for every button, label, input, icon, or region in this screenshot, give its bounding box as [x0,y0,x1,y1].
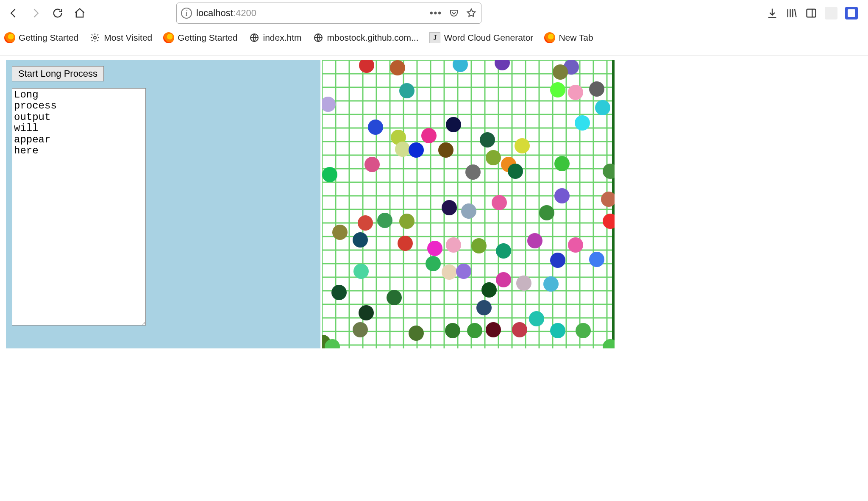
data-point [399,83,415,98]
star-icon[interactable] [466,8,477,19]
bookmark-index-htm[interactable]: index.htm [249,32,302,43]
data-point [465,164,481,180]
bookmark-label: New Tab [559,33,593,43]
bookmark-label: Getting Started [19,33,78,43]
data-point [476,300,492,315]
data-point [421,128,437,143]
info-icon[interactable]: i [181,8,192,19]
data-point [496,243,511,259]
bookmark-label: Getting Started [178,33,237,43]
bookmark-mbostock[interactable]: mbostock.github.com... [313,32,419,43]
data-point [480,132,495,148]
data-point [576,323,591,338]
data-point [442,264,457,280]
data-point [550,253,565,268]
ellipsis-icon[interactable]: ••• [430,8,442,19]
url-bar[interactable]: i localhost:4200 ••• [176,3,481,24]
data-point [515,138,530,153]
data-point [409,326,424,341]
data-point [353,322,368,337]
pocket-icon[interactable] [449,8,459,18]
data-point [553,64,568,80]
data-point [529,311,544,326]
data-point [446,117,461,132]
nav-row: i localhost:4200 ••• [0,0,868,26]
data-point [486,322,501,337]
data-point [387,290,402,305]
data-point [492,195,507,210]
bookmark-new-tab[interactable]: New Tab [544,32,593,43]
firefox-icon [163,32,174,43]
extension-icon[interactable] [825,7,837,19]
data-point [395,142,410,157]
url-host: localhost:4200 [196,8,256,19]
data-point [467,323,482,338]
data-point [575,115,590,131]
data-point [358,215,373,231]
reload-button[interactable] [47,3,68,23]
data-point [554,188,570,203]
scatter-grid-svg [322,60,615,348]
data-point [471,238,487,253]
data-point [539,205,554,220]
process-output-textarea[interactable] [12,88,146,326]
data-point [322,97,336,112]
downloads-icon[interactable] [766,7,778,19]
bookmark-most-visited[interactable]: Most Visited [89,32,152,43]
firefox-icon [4,32,15,43]
data-point [603,164,615,179]
start-long-process-button[interactable]: Start Long Process [12,66,104,81]
home-button[interactable] [70,3,90,23]
data-point [550,82,565,97]
data-point [589,252,604,267]
toolbar-right [766,7,865,19]
visualization-panel [322,60,615,348]
back-button[interactable] [3,3,24,23]
forward-icon [30,7,42,19]
data-point [445,323,460,338]
data-point [496,272,511,287]
data-point [554,156,570,171]
data-point [359,305,374,320]
data-point [322,167,337,182]
data-point [368,120,383,135]
bookmark-label: mbostock.github.com... [327,33,419,43]
data-point [353,232,368,248]
bookmark-word-cloud[interactable]: J Word Cloud Generator [429,32,533,43]
data-point [409,142,424,158]
data-point [589,81,604,97]
data-point [442,200,457,215]
svg-point-1 [94,36,96,39]
data-point [595,100,610,115]
data-point [331,285,347,300]
data-point [603,339,615,348]
data-point [603,214,615,229]
data-point [461,203,476,219]
library-icon[interactable] [786,7,798,19]
bookmarks-bar: Getting Started Most Visited Getting Sta… [0,26,868,49]
bookmark-getting-started-1[interactable]: Getting Started [4,32,78,43]
data-point [512,322,527,337]
reload-icon [52,7,64,19]
data-point [332,225,348,240]
bookmark-label: Word Cloud Generator [444,33,533,43]
globe-icon [313,32,324,43]
data-point [601,192,615,207]
data-point [527,233,542,248]
bookmark-getting-started-2[interactable]: Getting Started [163,32,237,43]
grid-extension-icon[interactable] [845,7,858,19]
home-icon [74,7,86,19]
data-point [377,213,392,228]
page-body: Start Long Process [0,56,868,501]
data-point [481,282,497,298]
gear-icon [89,32,100,43]
data-point [398,236,413,251]
data-point [399,214,415,229]
url-bar-actions: ••• [430,8,477,19]
bookmark-label: index.htm [263,33,302,43]
forward-button[interactable] [25,3,46,23]
browser-chrome: i localhost:4200 ••• Getting Started Mo [0,0,868,56]
data-point [516,276,531,291]
sidebar-icon[interactable] [805,7,817,19]
globe-icon [249,32,260,43]
